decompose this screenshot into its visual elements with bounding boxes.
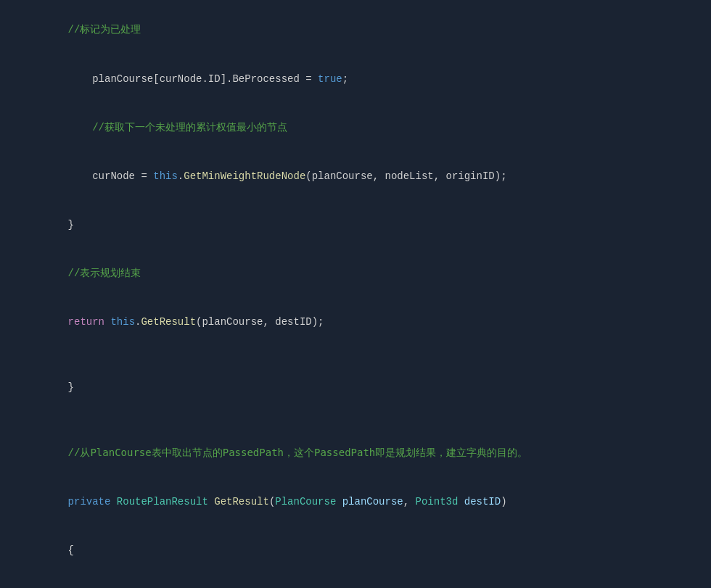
code-text: . [178, 170, 184, 182]
code-text: return [68, 316, 111, 328]
code-text: ) [501, 496, 506, 508]
code-text: } [68, 219, 74, 231]
code-line: } [0, 201, 711, 249]
code-text: GetResult [214, 496, 269, 508]
code-text: this [153, 170, 178, 182]
comment-text: //标记为已处理 [68, 24, 141, 36]
code-text: ; [342, 73, 348, 85]
code-text: planCourse [342, 496, 403, 508]
code-text: curNode = [68, 170, 154, 182]
code-line: //从PlanCourse表中取出节点的PassedPath，这个PassedP… [0, 428, 711, 477]
code-line: } [0, 363, 711, 412]
code-text: GetResult [141, 316, 196, 328]
code-text: GetMinWeightRudeNode [184, 170, 305, 182]
code-editor: //标记为已处理 planCourse[curNode.ID].BeProces… [0, 0, 711, 588]
code-text: this [110, 316, 135, 328]
code-line: //获取下一个未处理的累计权值最小的节点 [0, 103, 711, 152]
code-text: (planCourse, destID); [196, 316, 324, 328]
code-text: true [318, 73, 342, 85]
code-line: //标记为已处理 [0, 6, 711, 54]
code-text: } [68, 381, 74, 393]
code-text: (planCourse, nodeList, originID); [305, 170, 506, 182]
code-text: planCourse[curNode.ID].BeProcessed = [68, 73, 318, 85]
code-text: RoutePlanResult [117, 496, 214, 508]
code-line: return this.GetResult(planCourse, destID… [0, 298, 711, 347]
code-line: PassedPath pPath = planCourse[destID]; [0, 575, 711, 588]
code-line: private RoutePlanResult GetResult(PlanCo… [0, 477, 711, 526]
code-text: Point3d [416, 496, 464, 508]
code-text: { [68, 544, 74, 556]
comment-text: //获取下一个未处理的累计权值最小的节点 [68, 122, 287, 133]
code-text: PlanCourse [275, 496, 342, 508]
code-line [0, 347, 711, 363]
comment-text: //表示规划结束 [68, 268, 141, 279]
code-line: //表示规划结束 [0, 249, 711, 298]
code-line: planCourse[curNode.ID].BeProcessed = tru… [0, 54, 711, 103]
code-line: { [0, 526, 711, 575]
code-text: destID [464, 496, 501, 508]
code-text: , [403, 496, 416, 508]
comment-text: //从PlanCourse表中取出节点的PassedPath，这个PassedP… [68, 447, 528, 459]
code-line: curNode = this.GetMinWeightRudeNode(plan… [0, 152, 711, 201]
code-line [0, 412, 711, 428]
code-text: private [68, 496, 117, 508]
